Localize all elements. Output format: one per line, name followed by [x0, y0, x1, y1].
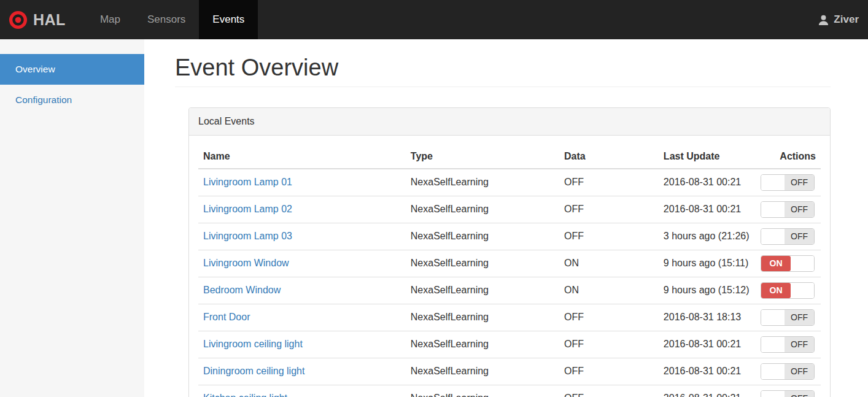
event-type: NexaSelfLearning: [406, 250, 559, 277]
panel-heading: Local Events: [189, 108, 830, 136]
event-toggle-switch[interactable]: OFF: [761, 228, 815, 245]
event-data-value: OFF: [559, 358, 659, 385]
table-row: Livingroom Lamp 01 NexaSelfLearning OFF …: [198, 169, 821, 196]
event-last-update: 2016-08-31 18:13: [659, 304, 756, 331]
event-type: NexaSelfLearning: [406, 169, 559, 196]
table-row: Livingroom Window NexaSelfLearning ON 9 …: [198, 250, 821, 277]
toggle-state-label: OFF: [785, 202, 814, 217]
toggle-handle: [791, 283, 814, 298]
main-nav: Map Sensors Events: [87, 0, 258, 39]
event-name-link[interactable]: Livingroom ceiling light: [203, 339, 303, 349]
nav-item-sensors[interactable]: Sensors: [134, 0, 199, 39]
table-header-row: Name Type Data Last Update Actions: [198, 145, 821, 169]
table-row: Livingroom Lamp 02 NexaSelfLearning OFF …: [198, 196, 821, 223]
event-type: NexaSelfLearning: [406, 331, 559, 358]
page-header: Event Overview: [175, 55, 831, 87]
local-events-panel: Local Events Name Type Data Last Update …: [188, 107, 831, 397]
table-row: Front Door NexaSelfLearning OFF 2016-08-…: [198, 304, 821, 331]
events-table: Name Type Data Last Update Actions Livin…: [198, 145, 821, 397]
event-data-value: OFF: [559, 169, 659, 196]
event-last-update: 9 hours ago (15:12): [659, 277, 756, 304]
column-header-data: Data: [559, 145, 659, 169]
event-last-update: 2016-08-31 00:21: [659, 196, 756, 223]
main-content: Event Overview Local Events Name Type Da…: [144, 39, 868, 397]
event-name-link[interactable]: Livingroom Window: [203, 258, 289, 268]
column-header-name: Name: [198, 145, 406, 169]
event-toggle-switch[interactable]: OFF: [761, 201, 815, 218]
toggle-handle: [761, 229, 785, 244]
event-last-update: 9 hours ago (15:11): [659, 250, 756, 277]
event-name-link[interactable]: Livingroom Lamp 03: [203, 231, 292, 241]
toggle-handle: [761, 175, 785, 190]
event-last-update: 3 hours ago (21:26): [659, 223, 756, 250]
toggle-state-label: ON: [761, 283, 791, 298]
event-data-value: ON: [559, 277, 659, 304]
event-name-link[interactable]: Livingroom Lamp 02: [203, 204, 292, 214]
table-row: Livingroom Lamp 03 NexaSelfLearning OFF …: [198, 223, 821, 250]
table-body: Livingroom Lamp 01 NexaSelfLearning OFF …: [198, 169, 821, 397]
event-data-value: OFF: [559, 304, 659, 331]
toggle-handle: [761, 310, 785, 325]
event-type: NexaSelfLearning: [406, 223, 559, 250]
column-header-actions: Actions: [756, 145, 821, 169]
toggle-state-label: OFF: [785, 310, 814, 325]
nav-item-map[interactable]: Map: [87, 0, 134, 39]
toggle-state-label: ON: [761, 256, 791, 271]
sidebar-item-overview[interactable]: Overview: [0, 54, 144, 85]
event-toggle-switch[interactable]: OFF: [761, 309, 815, 326]
toggle-handle: [761, 364, 785, 379]
toggle-handle: [761, 337, 785, 352]
event-type: NexaSelfLearning: [406, 196, 559, 223]
table-row: Bedroom Window NexaSelfLearning ON 9 hou…: [198, 277, 821, 304]
event-last-update: 2016-08-31 00:21: [659, 169, 756, 196]
toggle-state-label: OFF: [785, 229, 814, 244]
sidebar-item-configuration[interactable]: Configuration: [0, 85, 144, 115]
event-toggle-switch[interactable]: OFF: [761, 390, 815, 397]
page-title: Event Overview: [175, 55, 831, 81]
toggle-handle: [761, 202, 785, 217]
event-toggle-switch[interactable]: ON: [761, 282, 815, 299]
nav-item-events[interactable]: Events: [199, 0, 258, 39]
event-name-link[interactable]: Diningroom ceiling light: [203, 366, 304, 376]
event-last-update: 2016-08-31 00:21: [659, 331, 756, 358]
toggle-state-label: OFF: [785, 337, 814, 352]
event-toggle-switch[interactable]: OFF: [761, 336, 815, 353]
brand-text: HAL: [33, 11, 66, 29]
user-menu[interactable]: Ziver: [808, 0, 868, 39]
hal-logo-icon: [9, 10, 28, 29]
table-row: Diningroom ceiling light NexaSelfLearnin…: [198, 358, 821, 385]
event-data-value: OFF: [559, 223, 659, 250]
sidebar: Overview Configuration: [0, 39, 144, 397]
event-name-link[interactable]: Kitchen ceiling light: [203, 393, 287, 397]
event-name-link[interactable]: Front Door: [203, 312, 250, 322]
toggle-handle: [791, 256, 814, 271]
event-type: NexaSelfLearning: [406, 385, 559, 397]
panel-body: Name Type Data Last Update Actions Livin…: [189, 136, 830, 397]
event-data-value: ON: [559, 250, 659, 277]
brand-link[interactable]: HAL: [0, 0, 76, 39]
table-row: Kitchen ceiling light NexaSelfLearning O…: [198, 385, 821, 397]
event-toggle-switch[interactable]: OFF: [761, 174, 815, 191]
toggle-state-label: OFF: [785, 391, 814, 397]
event-name-link[interactable]: Bedroom Window: [203, 285, 281, 295]
event-type: NexaSelfLearning: [406, 358, 559, 385]
event-data-value: OFF: [559, 385, 659, 397]
user-name: Ziver: [834, 13, 859, 26]
event-toggle-switch[interactable]: OFF: [761, 363, 815, 380]
table-row: Livingroom ceiling light NexaSelfLearnin…: [198, 331, 821, 358]
event-type: NexaSelfLearning: [406, 277, 559, 304]
column-header-last-update: Last Update: [659, 145, 756, 169]
toggle-state-label: OFF: [785, 175, 814, 190]
event-data-value: OFF: [559, 196, 659, 223]
top-navbar: HAL Map Sensors Events Ziver: [0, 0, 868, 39]
event-toggle-switch[interactable]: ON: [761, 255, 815, 272]
event-name-link[interactable]: Livingroom Lamp 01: [203, 177, 292, 187]
event-last-update: 2016-08-31 00:21: [659, 358, 756, 385]
toggle-state-label: OFF: [785, 364, 814, 379]
event-type: NexaSelfLearning: [406, 304, 559, 331]
event-data-value: OFF: [559, 331, 659, 358]
column-header-type: Type: [406, 145, 559, 169]
toggle-handle: [761, 391, 785, 397]
event-last-update: 2016-08-31 00:21: [659, 385, 756, 397]
user-icon: [818, 14, 829, 26]
